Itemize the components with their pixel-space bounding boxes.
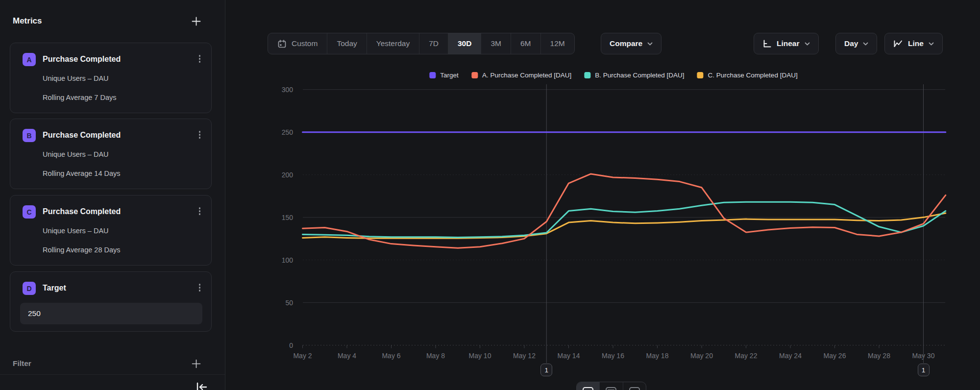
y-axis-label: 250 — [282, 128, 294, 136]
plus-icon — [192, 359, 201, 368]
metric-measure: Unique Users – DAU — [43, 150, 203, 158]
collapse-sidebar-button[interactable] — [194, 382, 209, 390]
metric-badge: C — [23, 205, 36, 219]
metric-transform: Rolling Average 7 Days — [43, 94, 203, 101]
y-axis-label: 100 — [282, 256, 294, 264]
metric-card-c[interactable]: CPurchase CompletedUnique Users – DAURol… — [10, 195, 212, 266]
metric-title: Purchase Completed — [43, 131, 196, 140]
x-axis-label: May 22 — [735, 352, 758, 360]
filter-section: Filter — [13, 356, 202, 371]
plus-icon — [192, 17, 201, 26]
metric-badge: B — [23, 129, 36, 142]
x-axis-label: May 10 — [469, 352, 491, 360]
metric-card-header: APurchase Completed — [23, 53, 203, 66]
metric-card-b[interactable]: BPurchase CompletedUnique Users – DAURol… — [10, 119, 212, 189]
metrics-sidebar: Metrics APurchase CompletedUnique Users … — [0, 0, 225, 390]
annotation-badge[interactable]: 1 — [540, 364, 552, 376]
analytics-dashboard: { "sidebar": { "title": "Metrics", "filt… — [0, 0, 980, 390]
x-axis-label: May 8 — [426, 352, 445, 360]
chart-view-toggle — [576, 382, 646, 390]
chart-view-icon — [583, 387, 593, 390]
table-view-icon — [606, 387, 616, 390]
y-axis-label: 200 — [282, 171, 294, 179]
x-axis-label: May 2 — [293, 352, 312, 360]
target-card[interactable]: DTarget250 — [10, 271, 212, 332]
more-options-icon[interactable] — [196, 53, 204, 65]
more-options-icon[interactable] — [196, 282, 204, 293]
metric-title: Purchase Completed — [43, 55, 196, 64]
add-metric-button[interactable] — [190, 15, 202, 27]
target-card-header: DTarget — [23, 282, 203, 295]
more-options-icon[interactable] — [196, 129, 204, 141]
x-axis-label: May 18 — [646, 352, 669, 360]
collapse-left-icon — [194, 382, 209, 390]
filter-label: Filter — [13, 359, 31, 368]
sidebar-title: Metrics — [13, 16, 42, 26]
sidebar-header: Metrics — [13, 11, 202, 31]
metric-card-a[interactable]: APurchase CompletedUnique Users – DAURol… — [10, 43, 212, 113]
target-title: Target — [43, 284, 196, 292]
x-axis-label: May 20 — [690, 352, 713, 360]
metric-transform: Rolling Average 14 Days — [43, 170, 203, 177]
x-axis-label: May 28 — [868, 352, 890, 360]
metric-badge: D — [23, 282, 36, 295]
target-value-input[interactable]: 250 — [20, 303, 202, 324]
x-axis-label: May 14 — [558, 352, 580, 360]
view-raw-button[interactable] — [623, 382, 646, 390]
metric-measure: Unique Users – DAU — [43, 74, 203, 82]
view-table-button[interactable] — [599, 382, 622, 390]
series-line-c — [303, 213, 946, 238]
metric-transform: Rolling Average 28 Days — [43, 246, 203, 254]
raw-view-icon — [629, 387, 640, 390]
x-axis-label: May 12 — [513, 352, 536, 360]
y-axis-label: 0 — [289, 341, 293, 349]
metric-card-header: BPurchase Completed — [23, 129, 203, 142]
y-axis-label: 50 — [285, 299, 293, 307]
metric-measure: Unique Users – DAU — [43, 227, 203, 235]
metric-card-header: CPurchase Completed — [23, 205, 203, 219]
add-filter-button[interactable] — [190, 357, 202, 370]
sidebar-divider — [0, 374, 225, 375]
y-axis-label: 300 — [282, 86, 294, 94]
x-axis-label: May 16 — [602, 352, 624, 360]
metric-title: Purchase Completed — [43, 207, 196, 216]
x-axis-label: May 26 — [824, 352, 846, 360]
x-axis-label: May 24 — [779, 352, 802, 360]
more-options-icon[interactable] — [196, 205, 204, 217]
x-axis-label: May 4 — [338, 352, 356, 360]
x-axis-label: May 6 — [382, 352, 400, 360]
line-chart: 050100150200250300May 2May 4May 6May 8Ma… — [225, 0, 980, 390]
metric-badge: A — [23, 53, 36, 66]
y-axis-label: 150 — [282, 214, 294, 221]
annotation-badge[interactable]: 1 — [918, 364, 930, 376]
view-chart-button[interactable] — [577, 382, 599, 390]
